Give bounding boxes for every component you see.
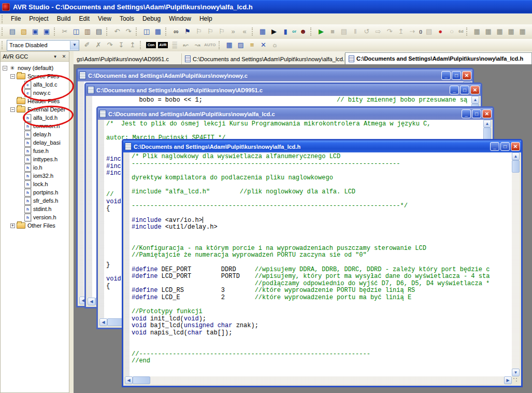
toolbar-grip[interactable] (140, 41, 143, 49)
scroll-left-icon[interactable]: ◀ (125, 376, 133, 384)
tree-item[interactable]: −External Deper (1, 105, 69, 114)
autostep-icon[interactable]: {} (418, 26, 423, 37)
menu-edit[interactable]: Edit (75, 13, 94, 24)
toolbar-grip[interactable] (54, 27, 57, 36)
scroll-up-icon[interactable]: ▲ (512, 152, 520, 160)
horizontal-scrollbar[interactable]: ◀ ▶ (125, 376, 520, 384)
toolbar-grip[interactable] (2, 27, 5, 36)
menu-project[interactable]: Project (25, 13, 52, 24)
tree-expand-toggle[interactable]: − (10, 74, 15, 79)
menu-debug[interactable]: Debug (138, 13, 165, 24)
toolbar-grip[interactable] (252, 27, 255, 36)
scroll-down-icon[interactable]: ▼ (512, 369, 520, 376)
tree-item[interactable]: hcommon.h (1, 122, 69, 130)
tree-item[interactable]: −Source Files (1, 72, 69, 80)
next-bookmark-icon[interactable]: ⚐ (205, 26, 216, 37)
tree-expand-toggle[interactable]: − (10, 107, 15, 112)
document-tab-2[interactable]: C:\Documents and Settings\Adam\Pulpit\ku… (345, 52, 532, 64)
tree-item[interactable]: cnowy.c (1, 89, 69, 97)
minimize-button[interactable]: _ (490, 142, 499, 151)
menu-tools[interactable]: Tools (116, 13, 138, 24)
stack-view-icon[interactable]: ≡ (247, 39, 258, 51)
branch-left-icon[interactable]: ↜ (180, 39, 192, 51)
document-tab-0[interactable]: gs\Adam\Pulpit\kurs\nowy\AD9951.c (74, 53, 182, 64)
battery-icon[interactable]: ▮ (280, 26, 291, 37)
memory-window-icon[interactable]: ▦ (494, 26, 506, 37)
close-button[interactable]: ✕ (482, 109, 492, 118)
tree-item[interactable]: hinttypes.h (1, 155, 69, 163)
new-file-icon[interactable]: ▤ (7, 26, 18, 37)
maximize-button[interactable]: □ (472, 109, 481, 118)
avr-device-icon[interactable]: ☻ (297, 26, 309, 37)
cascade-windows-icon[interactable]: ◫ (141, 26, 152, 37)
undo-icon[interactable]: ↶ (111, 26, 123, 37)
toggle-breakpoint-icon[interactable]: ● (435, 26, 446, 37)
toolbar-grip[interactable] (136, 27, 139, 36)
tree-item[interactable]: hsfr_defs.h (1, 197, 69, 205)
registers-window-icon[interactable]: ▦ (483, 26, 494, 37)
bookmark-icon[interactable]: ⚑ (182, 26, 193, 37)
con-window-icon[interactable]: Con (146, 42, 156, 48)
save-icon[interactable]: ▣ (30, 26, 41, 37)
or-gate-icon[interactable]: or (291, 26, 297, 37)
maximize-button[interactable]: □ (460, 86, 469, 94)
scrollbar-thumb[interactable] (483, 128, 491, 140)
redo-icon[interactable]: ↷ (123, 26, 134, 37)
toggle-tracepoint-icon[interactable]: ✐ (81, 39, 93, 51)
resize-grip[interactable] (512, 376, 520, 384)
editor-window-alfa-lcd-h[interactable]: C:\Documents and Settings\Adam\Pulpit\ku… (122, 139, 523, 387)
scroll-left-icon[interactable]: ◀ (88, 298, 95, 305)
tree-item[interactable]: Header Files (1, 97, 69, 105)
tree-item[interactable]: hfuse.h (1, 147, 69, 155)
io-window-icon[interactable]: ▦ (517, 26, 528, 37)
tree-expand-toggle[interactable]: + (10, 223, 15, 228)
minimize-button[interactable]: _ (462, 109, 471, 118)
gear-icon[interactable]: ☼ (269, 39, 281, 51)
tree-item[interactable]: hlock.h (1, 180, 69, 188)
tree-item[interactable]: hversion.h (1, 213, 69, 221)
io-view-icon[interactable]: ▦ (257, 26, 268, 37)
trace-window-icon[interactable]: ▦ (471, 26, 483, 37)
scroll-right-icon[interactable]: ▶ (504, 376, 512, 384)
menu-file[interactable]: File (7, 13, 25, 24)
panel-splitter[interactable] (69, 51, 74, 393)
toolbar-grip[interactable] (466, 27, 470, 36)
build-run-icon[interactable]: ▤ (338, 26, 350, 37)
tree-item[interactable]: +Other Files (1, 221, 69, 230)
chevron-down-icon[interactable]: ▼ (70, 41, 79, 50)
tree-item[interactable]: hdelay.h (1, 130, 69, 138)
maximize-button[interactable]: □ (500, 142, 510, 151)
close-icon[interactable]: ✕ (60, 53, 68, 60)
stop-icon[interactable]: ■ (327, 26, 338, 37)
toolbar-grip[interactable] (219, 41, 222, 49)
project-wizard-icon[interactable]: ▦ (152, 26, 164, 37)
toggle-bookmark-icon[interactable]: ⚐ (193, 26, 205, 37)
chevron-down-icon[interactable]: ▾ (51, 53, 59, 60)
reset-icon[interactable]: ↺ (361, 26, 372, 37)
scroll-left-icon[interactable]: ◀ (99, 318, 107, 326)
find-icon[interactable]: ∞ (170, 26, 182, 37)
close-button[interactable]: ✕ (462, 71, 471, 80)
cursor-icon[interactable]: ▶ (268, 26, 280, 37)
tree-item[interactable]: hdelay_basi (1, 138, 69, 147)
print-icon[interactable]: ▤ (93, 26, 105, 37)
tree-item[interactable]: hstdint.h (1, 205, 69, 213)
next-statement-icon[interactable]: ▤ (423, 26, 435, 37)
tree-item[interactable]: hio.h (1, 163, 69, 172)
quickwatch-icon[interactable]: 6d (457, 26, 464, 37)
window-titlebar[interactable]: C:\Documents and Settings\Adam\Pulpit\ku… (86, 84, 481, 96)
window-titlebar[interactable]: C:\Documents and Settings\Adam\Pulpit\ku… (78, 69, 472, 81)
trace-jump-icon[interactable]: ↷ (104, 39, 116, 51)
menu-help[interactable]: Help (195, 13, 217, 24)
trace-down-icon[interactable]: ↧ (116, 39, 127, 51)
step-out-icon[interactable]: ↥ (395, 26, 407, 37)
tree-item[interactable]: hiom32.h (1, 172, 69, 180)
scroll-up-icon[interactable]: ▲ (471, 96, 479, 104)
toolbar-grip[interactable] (165, 27, 169, 36)
pause-icon[interactable]: ‖ (350, 26, 361, 37)
prev-bookmark-icon[interactable]: ⚐ (216, 26, 227, 37)
document-tab-1[interactable]: C:\Documents and Settings\Adam\Pulpit\ku… (182, 53, 345, 64)
run-to-cursor-icon[interactable]: ⇢ (407, 26, 418, 37)
add-memory-icon[interactable]: ▨ (235, 39, 247, 51)
toolbar-grip[interactable] (2, 41, 5, 49)
